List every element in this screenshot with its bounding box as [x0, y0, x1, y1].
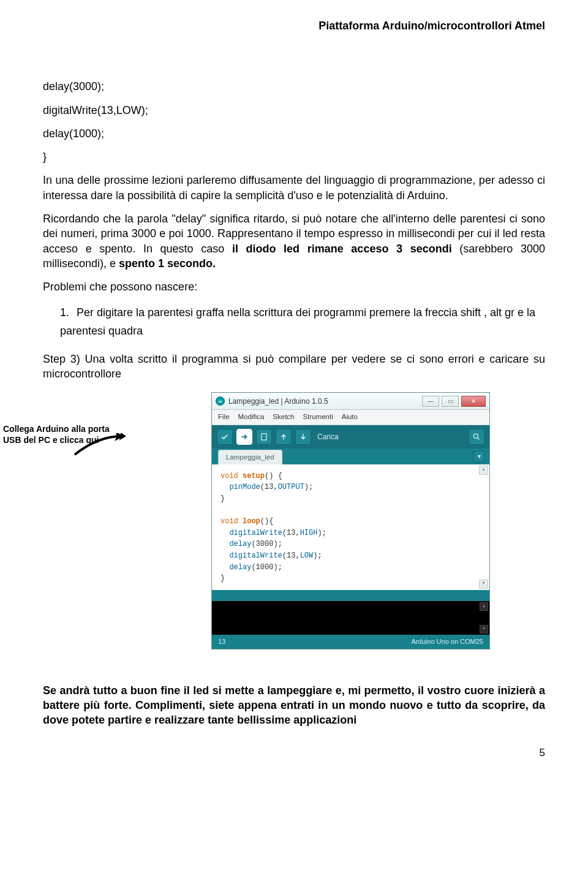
file-icon	[260, 433, 268, 441]
code-line-delay1000: delay(1000);	[43, 126, 545, 141]
sketch-tab[interactable]: Lampeggia_led	[218, 450, 282, 464]
code-editor[interactable]: ▴ void setup() { pinMode(13,OUTPUT); } v…	[212, 464, 489, 590]
list-number: 1.	[60, 303, 74, 322]
problems-title: Problemi che possono nascere:	[43, 279, 545, 294]
editor-scroll-down[interactable]: ▾	[479, 580, 488, 589]
open-button[interactable]	[276, 429, 292, 445]
new-button[interactable]	[256, 429, 272, 445]
para2-bold-1: il diodo led rimane acceso 3 secondi	[232, 243, 452, 255]
menu-help[interactable]: Aiuto	[342, 412, 358, 422]
page-number: 5	[43, 746, 545, 760]
minimize-button[interactable]: —	[422, 396, 439, 407]
serial-monitor-button[interactable]	[469, 429, 484, 445]
arduino-logo-icon: ∞	[216, 396, 225, 406]
upload-button[interactable]	[236, 429, 252, 445]
window-titlebar: ∞ Lampeggia_led | Arduino 1.0.5 — ▭ ✕	[212, 393, 489, 410]
verify-button[interactable]	[217, 429, 233, 445]
code-line-digitalwrite-low: digitalWrite(13,LOW);	[43, 103, 545, 118]
magnifier-icon	[472, 433, 481, 441]
annotation-arrow	[74, 433, 132, 458]
page-header: Piattaforma Arduino/microcontrollori Atm…	[43, 18, 545, 33]
console-scroll-down[interactable]: ▾	[480, 625, 488, 634]
console-output: ▴ ▾	[212, 601, 489, 635]
closing-paragraph: Se andrà tutto a buon fine il led si met…	[43, 683, 545, 728]
tab-bar: Lampeggia_led ▾	[212, 448, 489, 464]
menu-tools[interactable]: Strumenti	[303, 412, 333, 422]
arrow-up-icon	[279, 433, 288, 441]
editor-scroll-up[interactable]: ▴	[479, 466, 488, 475]
upload-label: Carica	[317, 432, 339, 442]
ide-screenshot-figure: Collega Arduino alla porta USB del PC e …	[98, 392, 490, 649]
arduino-ide-window: ∞ Lampeggia_led | Arduino 1.0.5 — ▭ ✕ Fi…	[211, 392, 490, 649]
paragraph-intro: In una delle prossime lezioni parleremo …	[43, 173, 545, 203]
paragraph-delay-explain: Ricordando che la parola "delay" signifi…	[43, 211, 545, 271]
status-left: 13	[218, 637, 225, 646]
menu-file[interactable]: File	[218, 412, 230, 422]
problem-list-item-1: 1. Per digitare la parentesi graffa nell…	[43, 303, 545, 341]
annotation-line-1: Collega Arduino alla porta	[3, 424, 110, 434]
code-line-brace: }	[43, 149, 545, 164]
toolbar: Carica	[212, 425, 489, 448]
para2-bold-2: spento 1 secondo.	[119, 257, 216, 270]
step3-paragraph: Step 3) Una volta scritto il programma s…	[43, 352, 545, 382]
annotation-callout: Collega Arduino alla porta USB del PC e …	[3, 424, 132, 445]
window-title: Lampeggia_led | Arduino 1.0.5	[228, 396, 422, 406]
arrow-down-icon	[299, 433, 307, 441]
menu-bar: File Modifica Sketch Strumenti Aiuto	[212, 410, 489, 425]
svg-point-2	[473, 434, 478, 438]
message-bar	[212, 590, 489, 601]
status-bar: 13 Arduino Uno on COM25	[212, 635, 489, 649]
check-icon	[221, 433, 229, 441]
save-button[interactable]	[295, 429, 311, 445]
close-button[interactable]: ✕	[461, 396, 486, 407]
menu-edit[interactable]: Modifica	[238, 412, 265, 422]
console-scroll-up[interactable]: ▴	[480, 602, 488, 611]
menu-sketch[interactable]: Sketch	[273, 412, 294, 422]
code-line-delay3000: delay(3000);	[43, 79, 545, 94]
arrow-right-icon	[240, 433, 249, 441]
list-text: Per digitare la parentesi graffa nella s…	[60, 306, 535, 338]
closing-bold: Se andrà tutto a buon fine il led si met…	[43, 684, 545, 727]
tab-menu-button[interactable]: ▾	[473, 451, 484, 462]
svg-rect-1	[262, 434, 266, 441]
maximize-button[interactable]: ▭	[442, 396, 459, 407]
editor-content: void setup() { pinMode(13,OUTPUT); } voi…	[221, 471, 482, 584]
status-right: Arduino Uno on COM25	[412, 637, 483, 646]
